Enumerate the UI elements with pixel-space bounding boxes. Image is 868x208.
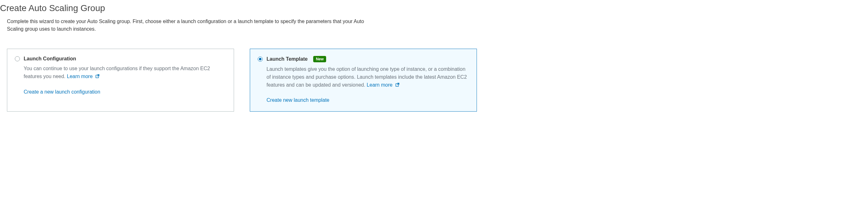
option-title-launch-template: Launch Template <box>267 56 308 62</box>
create-launch-configuration-link[interactable]: Create a new launch configuration <box>24 89 100 95</box>
options-row: Launch Configuration You can continue to… <box>0 49 868 111</box>
option-header: Launch Configuration <box>15 56 226 62</box>
option-description-text: You can continue to use your launch conf… <box>24 66 210 79</box>
new-badge: New <box>313 56 326 62</box>
external-link-icon <box>395 82 400 89</box>
option-description: You can continue to use your launch conf… <box>24 65 226 81</box>
radio-launch-configuration[interactable] <box>15 56 20 61</box>
learn-more-link-launch-configuration[interactable]: Learn more <box>67 74 100 79</box>
option-card-launch-template[interactable]: Launch Template New Launch templates giv… <box>250 49 477 111</box>
page-title: Create Auto Scaling Group <box>0 3 868 13</box>
external-link-icon <box>95 73 100 81</box>
option-card-launch-configuration[interactable]: Launch Configuration You can continue to… <box>7 49 234 111</box>
page-description: Complete this wizard to create your Auto… <box>0 18 378 33</box>
option-title-launch-configuration: Launch Configuration <box>24 56 76 62</box>
create-launch-template-link[interactable]: Create new launch template <box>267 97 329 103</box>
learn-more-link-launch-template[interactable]: Learn more <box>367 82 400 87</box>
option-description: Launch templates give you the option of … <box>267 66 469 89</box>
learn-more-text: Learn more <box>367 82 393 87</box>
radio-launch-template[interactable] <box>258 57 263 62</box>
option-header: Launch Template New <box>258 56 469 62</box>
learn-more-text: Learn more <box>67 74 93 79</box>
